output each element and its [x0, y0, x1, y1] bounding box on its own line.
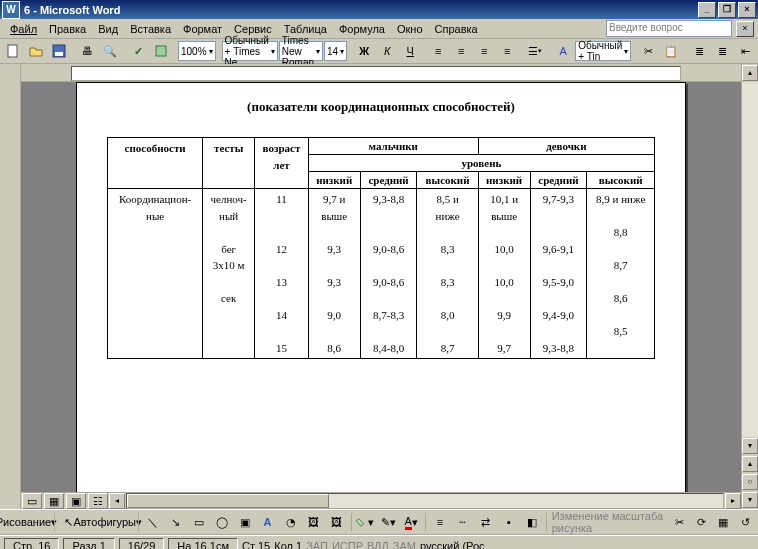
view-web-icon[interactable]: ▦ [44, 493, 64, 509]
cut-icon[interactable]: ✂ [637, 41, 659, 61]
new-doc-icon[interactable] [2, 41, 24, 61]
status-rec[interactable]: ЗАП [306, 540, 328, 549]
research-icon[interactable] [150, 41, 172, 61]
bold-button[interactable]: Ж [353, 41, 375, 61]
word-app-icon: W [2, 1, 20, 19]
underline-button[interactable]: Ч [399, 41, 421, 61]
doc-close-button[interactable]: × [736, 21, 754, 37]
print-icon[interactable]: 🖶 [76, 41, 98, 61]
line-spacing-icon[interactable]: ☰▾ [524, 41, 546, 61]
oval-tool-icon[interactable]: ◯ [211, 512, 233, 532]
justify-icon[interactable]: ≡ [496, 41, 518, 61]
rotate-icon[interactable]: ⟳ [690, 512, 712, 532]
font-combo[interactable]: Times New Roman▾ [279, 41, 323, 61]
prev-page-button[interactable]: ▴ [742, 456, 758, 472]
vscroll-track[interactable] [742, 82, 758, 437]
decrease-indent-icon[interactable]: ⇤ [734, 41, 756, 61]
drawing-menu[interactable]: Рисование ▾ [2, 512, 51, 532]
menu-formula[interactable]: Формула [333, 21, 391, 37]
cell-boys-low: 9,7 и выше 9,3 9,3 9,0 8,6 [321, 193, 347, 354]
align-right-icon[interactable]: ≡ [473, 41, 495, 61]
col-ability: способности [108, 138, 203, 189]
font-color-icon[interactable]: A▾ [400, 512, 422, 532]
dash-style-icon[interactable]: ┄ [452, 512, 474, 532]
document-heading: (показатели координационных способностей… [107, 99, 655, 115]
col-girls-high: высокий [587, 172, 655, 189]
minimize-button[interactable]: _ [698, 2, 716, 18]
textbox-tool-icon[interactable]: ▣ [234, 512, 256, 532]
col-boys-high: высокий [417, 172, 478, 189]
view-print-icon[interactable]: ▣ [66, 493, 86, 509]
font-size-combo[interactable]: 14▾ [324, 41, 347, 61]
horizontal-ruler[interactable] [21, 64, 741, 82]
task-pane-combo[interactable]: Обычный + Tin▾ [575, 41, 631, 61]
rectangle-tool-icon[interactable]: ▭ [188, 512, 210, 532]
line-tool-icon[interactable]: ＼ [142, 512, 164, 532]
align-left-icon[interactable]: ≡ [427, 41, 449, 61]
next-page-button[interactable]: ▾ [742, 492, 758, 508]
align-center-icon[interactable]: ≡ [450, 41, 472, 61]
arrow-style-icon[interactable]: ⇄ [475, 512, 497, 532]
diagram-icon[interactable]: ◔ [280, 512, 302, 532]
vertical-scrollbar[interactable]: ▴ ▾ ▴ ○ ▾ [741, 64, 758, 509]
style-combo[interactable]: Обычный + Times Ne▾ [222, 41, 278, 61]
horizontal-scrollbar[interactable]: ▭ ▦ ▣ ☷ ◂ ▸ [21, 492, 741, 509]
menu-format[interactable]: Формат [177, 21, 228, 37]
help-question-box[interactable]: Введите вопрос [606, 20, 732, 37]
maximize-button[interactable]: ❐ [718, 2, 736, 18]
insert-picture-icon[interactable]: 🖼 [326, 512, 348, 532]
zoom-combo[interactable]: 100%▾ [178, 41, 216, 61]
document-scroll-pane: (показатели координационных способностей… [21, 82, 741, 492]
status-trk[interactable]: ИСПР [332, 540, 363, 549]
cell-girls-low: 10,1 и выше 10,0 10,0 9,9 9,7 [490, 193, 518, 354]
browse-object-button[interactable]: ○ [742, 474, 758, 490]
bullets-icon[interactable]: ≣ [688, 41, 710, 61]
arrow-tool-icon[interactable]: ↘ [165, 512, 187, 532]
italic-button[interactable]: К [376, 41, 398, 61]
spellcheck-icon[interactable]: ✓ [127, 41, 149, 61]
cell-boys-mid: 9,3-8,8 9,0-8,6 9,0-8,6 8,7-8,3 8,4-8,0 [373, 193, 404, 354]
view-outline-icon[interactable]: ☷ [88, 493, 108, 509]
clipart-icon[interactable]: 🖼 [303, 512, 325, 532]
standard-formatting-toolbar: 🖶 🔍 ✓ 100%▾ Обычный + Times Ne▾ Times Ne… [0, 39, 758, 64]
fill-color-icon[interactable]: ▾ [354, 512, 376, 532]
menu-file[interactable]: Файл [4, 21, 43, 37]
vertical-ruler[interactable] [0, 64, 21, 509]
line-color-icon[interactable]: ✎▾ [377, 512, 399, 532]
vscroll-down-button[interactable]: ▾ [742, 438, 758, 454]
hscroll-right-button[interactable]: ▸ [725, 493, 741, 509]
crop-icon[interactable]: ✂ [668, 512, 690, 532]
numbering-icon[interactable]: ≣ [711, 41, 733, 61]
col-boys-low: низкий [308, 172, 360, 189]
status-ext[interactable]: ВДЛ [367, 540, 389, 549]
shadow-style-icon[interactable]: ▪ [498, 512, 520, 532]
styles-pane-icon[interactable]: A [552, 41, 574, 61]
autoshapes-menu[interactable]: Автофигуры ▾ [81, 512, 135, 532]
menu-help[interactable]: Справка [429, 21, 484, 37]
menu-insert[interactable]: Вставка [124, 21, 177, 37]
cell-boys-high: 8,5 и ниже 8,3 8,3 8,0 8,7 [436, 193, 460, 354]
copy-icon[interactable]: 📋 [660, 41, 682, 61]
open-icon[interactable] [25, 41, 47, 61]
status-ovr[interactable]: ЗАМ [393, 540, 416, 549]
line-style-icon[interactable]: ≡ [429, 512, 451, 532]
reset-icon[interactable]: ↺ [734, 512, 756, 532]
status-lang[interactable]: русский (Рос [420, 540, 485, 549]
wordart-icon[interactable]: A [257, 512, 279, 532]
vscroll-up-button[interactable]: ▴ [742, 65, 758, 81]
menu-window[interactable]: Окно [391, 21, 429, 37]
close-button[interactable]: × [738, 2, 756, 18]
menu-view[interactable]: Вид [92, 21, 124, 37]
status-line: Ст 15 [242, 540, 270, 549]
hscroll-left-button[interactable]: ◂ [109, 493, 125, 509]
save-icon[interactable] [48, 41, 70, 61]
coordination-table: способности тесты возраст лет мальчики д… [107, 137, 655, 359]
3d-style-icon[interactable]: ◧ [521, 512, 543, 532]
page[interactable]: (показатели координационных способностей… [76, 82, 686, 492]
hscroll-thumb[interactable] [127, 494, 329, 508]
hscroll-track[interactable] [126, 493, 724, 509]
view-normal-icon[interactable]: ▭ [22, 493, 42, 509]
print-preview-icon[interactable]: 🔍 [99, 41, 121, 61]
compress-icon[interactable]: ▦ [712, 512, 734, 532]
menu-edit[interactable]: Правка [43, 21, 92, 37]
